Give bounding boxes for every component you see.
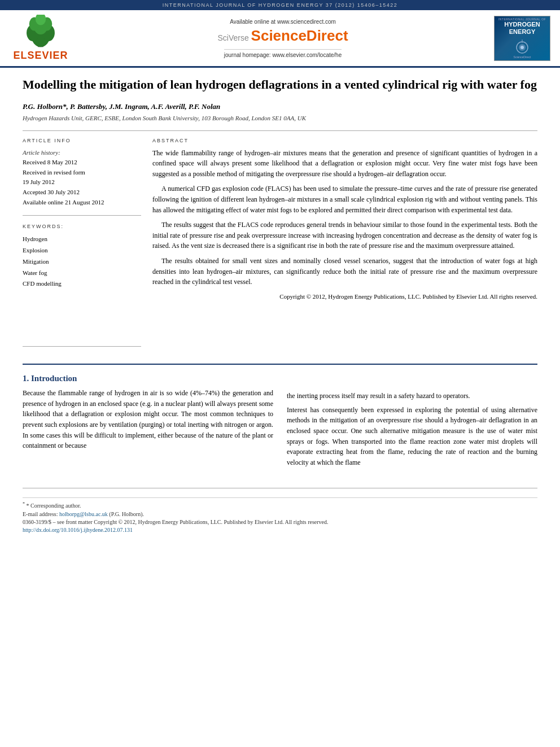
sciverse-logo: SciVerse ScienceDirect [217,27,348,45]
keyword-explosion: Explosion [23,245,141,256]
body-left-col: 1. Introduction Because the flammable ra… [23,374,273,471]
keyword-hydrogen: Hydrogen [23,234,141,245]
svg-point-10 [520,46,524,49]
article-info-label: ARTICLE INFO [23,138,141,143]
email-line: E-mail address: holborpg@lsbu.ac.uk (P.G… [23,511,537,517]
elsevier-logo: ELSEVIER [13,15,68,62]
authors-line: P.G. Holborn*, P. Battersby, J.M. Ingram… [23,102,537,111]
main-content: Modelling the mitigation of lean hydroge… [0,68,560,546]
email-suffix: (P.G. Holborn). [109,511,144,517]
history-label: Article history: [23,148,141,158]
section-title: Introduction [31,374,77,383]
introduction-heading: 1. Introduction [23,374,273,383]
body-right-col: the inerting process itself may result i… [287,374,537,471]
corresponding-author-note: * * Corresponding author. [23,501,537,509]
doi-link[interactable]: http://dx.doi.org/10.1016/j.ijhydene.201… [23,527,133,533]
abstract-p1: The wide flammability range of hydrogen–… [152,148,537,180]
divider-2 [23,215,141,216]
journal-cover-image: INTERNATIONAL JOURNAL OF HYDROGENENERGY … [494,16,550,61]
received-revised: Received in revised form19 July 2012 [23,168,141,187]
abstract-p4: The results obtained for small vent size… [152,256,537,287]
keywords-label: Keywords: [23,224,141,229]
info-abstract-section: ARTICLE INFO Article history: Received 8… [23,138,537,353]
page-header: ELSEVIER Available online at www.science… [0,10,560,68]
intro-right-p1: the inerting process itself may result i… [287,391,537,401]
footnote-mark: * [23,501,25,506]
abstract-p3: The results suggest that the FLACS code … [152,220,537,251]
divider-1 [23,130,537,131]
elsevier-name: ELSEVIER [13,50,68,62]
footnote-section: * * Corresponding author. E-mail address… [23,497,537,532]
affiliation: Hydrogen Hazards Unit, GERC, ESBE, Londo… [23,115,537,121]
journal-cover-block: INTERNATIONAL JOURNAL OF HYDROGENENERGY … [491,15,553,62]
email-label: E-mail address: [23,511,58,517]
article-title: Modelling the mitigation of lean hydroge… [23,77,537,93]
available-online-date: Available online 21 August 2012 [23,198,141,208]
body-two-col: 1. Introduction Because the flammable ra… [23,374,537,471]
body-section: 1. Introduction Because the flammable ra… [23,364,537,471]
section-number: 1. [23,374,29,383]
abstract-copyright: Copyright © 2012, Hydrogen Energy Public… [152,292,537,302]
page-footer: * * Corresponding author. E-mail address… [23,488,537,532]
corresponding-note-text: * Corresponding author. [27,503,81,509]
journal-banner: International Journal of Hydrogen Energy… [0,0,560,10]
intro-right-p2: Interest has consequently been expressed… [287,405,537,468]
doi-line: http://dx.doi.org/10.1016/j.ijhydene.201… [23,527,537,533]
keyword-cfd: CFD modelling [23,278,141,290]
banner-text: International Journal of Hydrogen Energy… [163,2,398,8]
elsevier-logo-block: ELSEVIER [7,15,75,62]
abstract-text: The wide flammability range of hydrogen–… [152,148,537,302]
email-link[interactable]: holborpg@lsbu.ac.uk [59,511,108,517]
available-online-text: Available online at www.sciencedirect.co… [230,19,336,25]
abstract-col: ABSTRACT The wide flammability range of … [152,138,537,353]
keywords-section: Keywords: Hydrogen Explosion Mitigation … [23,224,141,290]
accepted-date: Accepted 30 July 2012 [23,187,141,198]
keyword-mitigation: Mitigation [23,256,141,268]
abstract-label: ABSTRACT [152,138,537,143]
sciencedirect-block: Available online at www.sciencedirect.co… [80,15,485,62]
divider-3 [23,346,141,347]
abstract-p2: A numerical CFD gas explosion code (FLAC… [152,184,537,215]
intro-left-p1: Because the flammable range of hydrogen … [23,388,273,451]
article-info-col: ARTICLE INFO Article history: Received 8… [23,138,141,353]
article-history: Article history: Received 8 May 2012 Rec… [23,148,141,208]
cover-publisher: ScienceDirect [514,55,531,59]
cover-title: HYDROGENENERGY [504,21,540,34]
authors: P.G. Holborn*, P. Battersby, J.M. Ingram… [23,102,220,111]
received-date: Received 8 May 2012 [23,158,141,168]
journal-homepage: journal homepage: www.elsevier.com/locat… [224,49,342,58]
cover-graphic-icon [511,37,533,54]
issn-line: 0360-3199/$ – see front matter Copyright… [23,519,537,525]
intro-left-text: Because the flammable range of hydrogen … [23,388,273,451]
elsevier-tree-icon [18,15,63,49]
intro-right-text: the inerting process itself may result i… [287,391,537,468]
keyword-water-fog: Water fog [23,268,141,279]
